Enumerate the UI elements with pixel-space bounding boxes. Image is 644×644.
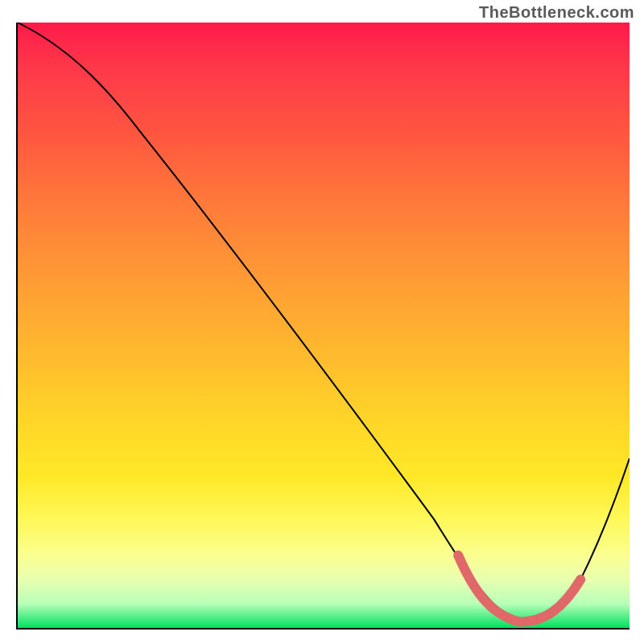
attribution-text: TheBottleneck.com xyxy=(479,3,634,22)
chart-container: TheBottleneck.com xyxy=(0,0,644,644)
highlight-band xyxy=(458,555,580,622)
plot-area xyxy=(16,23,630,630)
bottleneck-curve xyxy=(18,23,630,622)
curve-layer xyxy=(18,23,630,628)
